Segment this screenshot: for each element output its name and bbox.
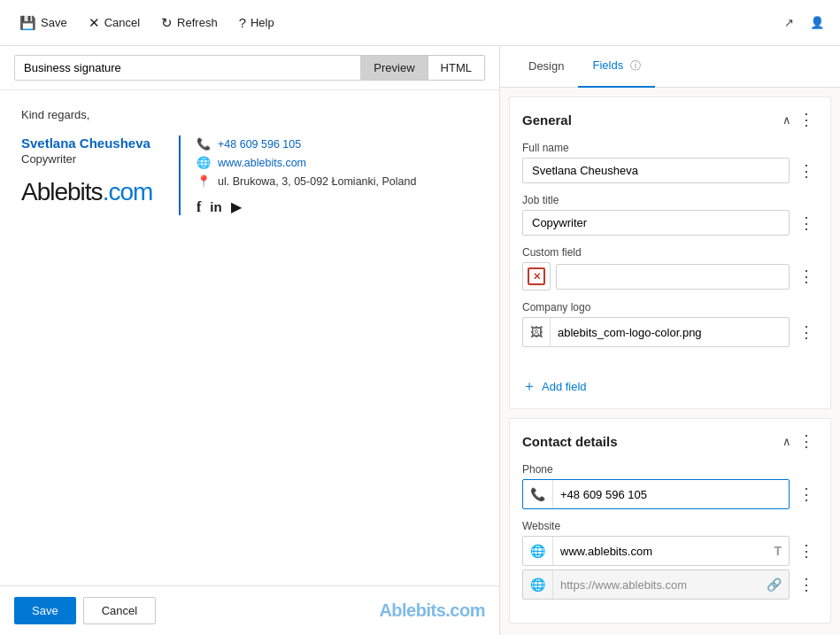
- bottom-save-button[interactable]: Save: [14, 597, 76, 624]
- cancel-button[interactable]: ✕ Cancel: [80, 11, 149, 35]
- refresh-label: Refresh: [177, 16, 218, 29]
- add-field-button[interactable]: ＋ Add field: [510, 370, 599, 408]
- general-more-button[interactable]: ⋮: [795, 108, 818, 131]
- phone-input-row: 📞 ⋮: [522, 479, 818, 509]
- website-url-container: 🌐 🔗: [522, 569, 790, 600]
- website-link[interactable]: www.ablebits.com: [218, 157, 306, 169]
- sig-divider: [179, 136, 181, 215]
- sig-phone: 📞 +48 609 596 105: [197, 137, 416, 151]
- html-button[interactable]: HTML: [428, 55, 485, 81]
- phone-field-icon: 📞: [523, 480, 553, 508]
- help-button[interactable]: ? Help: [230, 11, 283, 35]
- contact-chevron-icon: ∧: [782, 435, 791, 448]
- save-label: Save: [41, 16, 67, 29]
- custom-field: Custom field ✕ ⋮: [522, 246, 818, 290]
- signature-name-input[interactable]: [14, 55, 361, 81]
- youtube-icon[interactable]: ▶: [231, 198, 242, 215]
- phone-input[interactable]: [553, 483, 789, 507]
- contact-details-section: Contact details ∧ ⋮ Phone 📞 ⋮: [509, 418, 831, 623]
- cancel-icon: ✕: [89, 15, 100, 31]
- link-icon: 🔗: [759, 577, 789, 592]
- save-button[interactable]: 💾 Save: [11, 11, 76, 35]
- tab-design[interactable]: Design: [514, 46, 578, 88]
- sig-social: f in ▶: [197, 198, 416, 215]
- phone-number: +48 609 596 105: [218, 138, 301, 151]
- website-label: Website: [522, 520, 818, 532]
- job-title-more-button[interactable]: ⋮: [795, 212, 818, 235]
- main-layout: Preview HTML Kind regards, Svetlana Cheu…: [0, 46, 840, 635]
- contact-section-body: Phone 📞 ⋮ Website 🌐: [510, 463, 830, 623]
- toolbar-right: ↗ 👤: [780, 12, 829, 34]
- refresh-icon: ↻: [161, 15, 173, 31]
- left-panel: Preview HTML Kind regards, Svetlana Cheu…: [0, 46, 500, 635]
- custom-field-input-row: ✕ ⋮: [522, 262, 818, 290]
- contact-section-header[interactable]: Contact details ∧ ⋮: [510, 419, 830, 463]
- website-url-input[interactable]: [553, 573, 759, 597]
- add-field-label: Add field: [542, 380, 587, 393]
- custom-field-input[interactable]: [556, 264, 790, 290]
- general-section: General ∧ ⋮ Full name ⋮ Job title: [509, 97, 831, 409]
- website-display-input[interactable]: [553, 539, 767, 563]
- full-name-label: Full name: [522, 142, 818, 154]
- website-display-container: 🌐 T: [522, 536, 790, 566]
- website-display-row: 🌐 T ⋮: [522, 536, 818, 566]
- company-logo-more-button[interactable]: ⋮: [795, 321, 818, 344]
- text-format-icon: T: [767, 544, 789, 558]
- job-title-input[interactable]: [522, 210, 790, 236]
- full-name-input[interactable]: [522, 158, 790, 183]
- preview-button[interactable]: Preview: [361, 55, 428, 81]
- company-logo-input[interactable]: [551, 321, 789, 345]
- sig-bar: Preview HTML: [0, 46, 499, 90]
- sig-logo: Ablebits.com: [21, 178, 163, 206]
- refresh-button[interactable]: ↻ Refresh: [152, 11, 227, 35]
- toolbar: 💾 Save ✕ Cancel ↻ Refresh ? Help ↗ 👤: [0, 0, 840, 46]
- address-text: ul. Brukowa, 3, 05-092 Łomianki, Poland: [218, 175, 416, 188]
- color-box[interactable]: ✕: [522, 262, 551, 290]
- bottom-logo: Ablebits.com: [379, 600, 485, 621]
- expand-button[interactable]: ↗: [780, 12, 798, 34]
- tab-fields[interactable]: Fields ⓘ: [578, 46, 654, 88]
- sig-website: 🌐 www.ablebits.com: [197, 156, 416, 169]
- facebook-icon[interactable]: f: [197, 199, 201, 215]
- contact-section-actions: ∧ ⋮: [782, 430, 818, 453]
- sig-right: 📞 +48 609 596 105 🌐 www.ablebits.com 📍 u…: [197, 136, 416, 215]
- sig-greeting: Kind regards,: [21, 108, 478, 121]
- globe-url-icon: 🌐: [523, 570, 553, 599]
- phone-input-container: 📞: [522, 479, 790, 509]
- custom-field-label: Custom field: [522, 246, 818, 259]
- phone-field: Phone 📞 ⋮: [522, 463, 818, 509]
- help-label: Help: [250, 16, 274, 29]
- company-logo-field: Company logo 🖼 ⋮: [522, 301, 818, 347]
- full-name-field: Full name ⋮: [522, 142, 818, 183]
- panel-tabs: Design Fields ⓘ: [500, 46, 840, 88]
- full-name-input-row: ⋮: [522, 158, 818, 183]
- left-bottom: Save Cancel Ablebits.com: [0, 585, 499, 635]
- website-url-row: 🌐 🔗 ⋮: [522, 569, 818, 600]
- cancel-label: Cancel: [104, 16, 140, 29]
- contact-more-button[interactable]: ⋮: [795, 430, 818, 453]
- fields-info-icon: ⓘ: [630, 59, 641, 72]
- globe-field-icon: 🌐: [523, 537, 553, 565]
- company-logo-input-container: 🖼: [522, 317, 790, 347]
- user-button[interactable]: 👤: [805, 12, 829, 34]
- right-panel: Design Fields ⓘ General ∧ ⋮ Full name: [500, 46, 840, 635]
- linkedin-icon[interactable]: in: [210, 199, 221, 214]
- sig-job-title: Copywriter: [21, 152, 163, 166]
- website-display-more-button[interactable]: ⋮: [795, 539, 818, 562]
- general-section-header[interactable]: General ∧ ⋮: [510, 97, 830, 142]
- sig-person-name: Svetlana Cheusheva: [21, 136, 163, 151]
- job-title-input-row: ⋮: [522, 210, 818, 236]
- full-name-more-button[interactable]: ⋮: [795, 159, 818, 182]
- sig-left: Svetlana Cheusheva Copywriter Ablebits.c…: [21, 136, 163, 206]
- website-url-more-button[interactable]: ⋮: [795, 573, 818, 596]
- signature-preview: Kind regards, Svetlana Cheusheva Copywri…: [0, 90, 499, 585]
- contact-section-title: Contact details: [522, 434, 618, 449]
- tab-fields-label: Fields: [592, 58, 623, 72]
- custom-field-more-button[interactable]: ⋮: [795, 265, 818, 288]
- phone-more-button[interactable]: ⋮: [795, 483, 818, 506]
- job-title-label: Job title: [522, 194, 818, 206]
- bottom-cancel-button[interactable]: Cancel: [83, 597, 156, 624]
- company-logo-label: Company logo: [522, 301, 818, 314]
- company-logo-input-row: 🖼 ⋮: [522, 317, 818, 347]
- bottom-buttons: Save Cancel: [14, 597, 156, 624]
